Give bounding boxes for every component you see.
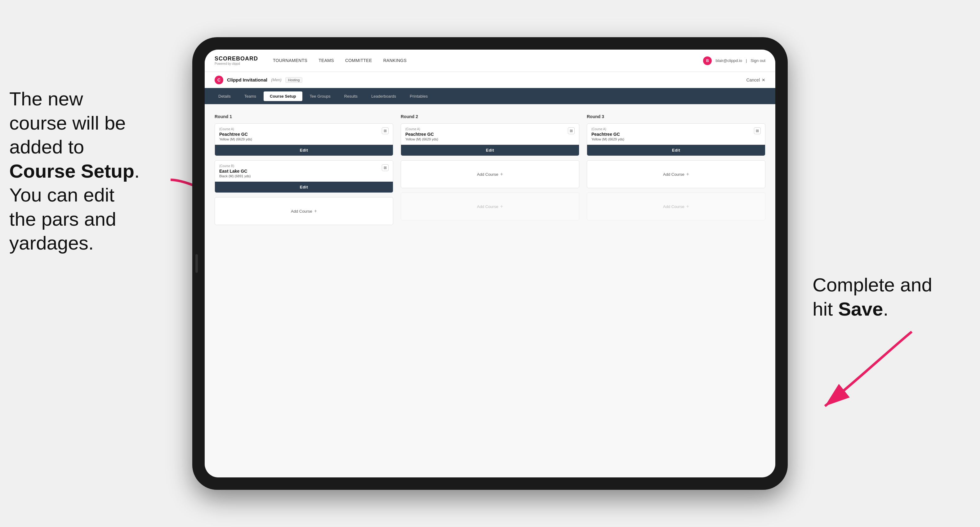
round-1-col: Round 1 (Course A) Peachtree GC Yellow (… <box>215 114 393 229</box>
round-3-course-a-header: (Course A) Peachtree GC Yellow (M) (6629… <box>587 124 765 142</box>
top-nav-right: B blair@clippd.io | Sign out <box>703 56 765 65</box>
top-nav-left: SCOREBOARD Powered by clippd TOURNAMENTS… <box>215 56 407 65</box>
user-avatar: B <box>703 56 712 65</box>
round-2-label: Round 2 <box>401 114 579 119</box>
main-content: Round 1 (Course A) Peachtree GC Yellow (… <box>205 104 775 478</box>
round-3-course-a-name: Peachtree GC <box>592 132 624 137</box>
logo-title: SCOREBOARD <box>215 56 258 62</box>
round-1-course-b-info: (Course B) East Lake GC Black (M) (6891 … <box>219 164 251 178</box>
round-3-label: Round 3 <box>587 114 765 119</box>
rounds-grid: Round 1 (Course A) Peachtree GC Yellow (… <box>215 114 765 229</box>
tab-leaderboards[interactable]: Leaderboards <box>365 92 402 101</box>
round-2-add-course-disabled: Add Course + <box>401 192 579 221</box>
clippd-logo-icon: C <box>215 76 223 84</box>
user-email: blair@clippd.io <box>716 58 742 63</box>
nav-separator: | <box>746 58 747 63</box>
scoreboard-logo: SCOREBOARD Powered by clippd <box>215 56 258 65</box>
round-3-course-a-edit-button[interactable]: Edit <box>587 145 765 156</box>
round-2-add-course-disabled-text: Add Course + <box>477 204 503 209</box>
tab-bar: Details Teams Course Setup Tee Groups Re… <box>205 88 775 104</box>
round-1-course-b-name: East Lake GC <box>219 169 251 174</box>
round-2-add-course-button[interactable]: Add Course + <box>401 160 579 188</box>
round-2-course-a-name: Peachtree GC <box>405 132 438 137</box>
round-1-course-b-edit-button[interactable]: Edit <box>215 182 393 192</box>
round-1-course-b-header: (Course B) East Lake GC Black (M) (6891 … <box>215 160 393 179</box>
tournament-bar: C Clippd Invitational (Men) Hosting Canc… <box>205 72 775 88</box>
round-1-course-a-card: (Course A) Peachtree GC Yellow (M) (6629… <box>215 123 393 156</box>
round-1-course-b-remove-icon[interactable]: ⊠ <box>382 164 388 171</box>
round-3-add-course-disabled: Add Course + <box>587 192 765 221</box>
round-3-add-course-text: Add Course + <box>663 171 689 177</box>
round-3-course-a-remove-icon[interactable]: ⊠ <box>754 127 761 134</box>
round-3-add-plus-disabled-icon: + <box>686 204 689 209</box>
round-1-add-course-button[interactable]: Add Course + <box>215 197 393 225</box>
round-2-course-a-remove-icon[interactable]: ⊠ <box>568 127 575 134</box>
tab-details[interactable]: Details <box>212 92 237 101</box>
tablet-side-button <box>196 254 198 273</box>
tab-teams[interactable]: Teams <box>238 92 262 101</box>
round-1-course-b-tag: (Course B) <box>219 164 251 168</box>
round-1-course-a-tag: (Course A) <box>219 127 252 131</box>
round-2-course-a-tee: Yellow (M) (6629 yds) <box>405 137 438 141</box>
round-3-add-course-button[interactable]: Add Course + <box>587 160 765 188</box>
round-3-col: Round 3 (Course A) Peachtree GC Yellow (… <box>587 114 765 229</box>
annotation-left-text: The new course will be added to Course S… <box>9 88 140 254</box>
round-2-course-a-card: (Course A) Peachtree GC Yellow (M) (6629… <box>401 123 579 156</box>
top-nav: SCOREBOARD Powered by clippd TOURNAMENTS… <box>205 49 775 72</box>
round-1-course-b-tee: Black (M) (6891 yds) <box>219 174 251 178</box>
nav-tournaments[interactable]: TOURNAMENTS <box>273 58 307 63</box>
round-3-add-course-disabled-text: Add Course + <box>663 204 689 209</box>
round-2-add-plus-disabled-icon: + <box>500 204 503 209</box>
round-1-course-a-tee: Yellow (M) (6629 yds) <box>219 137 252 141</box>
round-2-add-plus-icon: + <box>500 171 503 177</box>
hosting-badge: Hosting <box>285 77 302 83</box>
annotation-right: Complete and hit Save. <box>813 273 955 321</box>
logo-subtitle: Powered by clippd <box>215 62 258 65</box>
round-1-label: Round 1 <box>215 114 393 119</box>
tablet-frame: SCOREBOARD Powered by clippd TOURNAMENTS… <box>192 37 788 490</box>
tab-results[interactable]: Results <box>338 92 364 101</box>
round-1-add-course-text: Add Course + <box>291 208 317 214</box>
round-2-course-a-header: (Course A) Peachtree GC Yellow (M) (6629… <box>401 124 579 142</box>
round-2-course-a-edit-button[interactable]: Edit <box>401 145 579 156</box>
round-3-course-a-tag: (Course A) <box>592 127 624 131</box>
round-3-course-a-info: (Course A) Peachtree GC Yellow (M) (6629… <box>592 127 624 141</box>
round-2-course-a-tag: (Course A) <box>405 127 438 131</box>
round-3-add-plus-icon: + <box>686 171 689 177</box>
tournament-bar-left: C Clippd Invitational (Men) Hosting <box>215 76 302 84</box>
nav-committee[interactable]: COMMITTEE <box>345 58 372 63</box>
tournament-name: Clippd Invitational <box>227 77 267 83</box>
round-2-add-course-text: Add Course + <box>477 171 503 177</box>
sign-out-link[interactable]: Sign out <box>751 58 765 63</box>
round-1-course-a-header: (Course A) Peachtree GC Yellow (M) (6629… <box>215 124 393 142</box>
arrow-right <box>819 325 918 412</box>
tab-course-setup[interactable]: Course Setup <box>264 92 302 101</box>
round-1-course-a-info: (Course A) Peachtree GC Yellow (M) (6629… <box>219 127 252 141</box>
cancel-button[interactable]: Cancel ✕ <box>746 78 765 83</box>
round-2-col: Round 2 (Course A) Peachtree GC Yellow (… <box>401 114 579 229</box>
nav-teams[interactable]: TEAMS <box>318 58 334 63</box>
round-3-course-a-card: (Course A) Peachtree GC Yellow (M) (6629… <box>587 123 765 156</box>
nav-links: TOURNAMENTS TEAMS COMMITTEE RANKINGS <box>273 58 407 63</box>
annotation-right-text: Complete and hit Save. <box>813 274 932 320</box>
cancel-x-icon: ✕ <box>762 78 765 83</box>
round-1-course-a-name: Peachtree GC <box>219 132 252 137</box>
round-1-course-a-remove-icon[interactable]: ⊠ <box>382 127 388 134</box>
tournament-gender: (Men) <box>271 78 282 82</box>
round-1-course-a-edit-button[interactable]: Edit <box>215 145 393 156</box>
round-1-add-plus-icon: + <box>314 208 317 214</box>
round-3-course-a-tee: Yellow (M) (6629 yds) <box>592 137 624 141</box>
tab-printables[interactable]: Printables <box>404 92 434 101</box>
round-1-course-b-card: (Course B) East Lake GC Black (M) (6891 … <box>215 160 393 193</box>
nav-rankings[interactable]: RANKINGS <box>383 58 407 63</box>
tab-tee-groups[interactable]: Tee Groups <box>304 92 337 101</box>
round-2-course-a-info: (Course A) Peachtree GC Yellow (M) (6629… <box>405 127 438 141</box>
tablet-screen: SCOREBOARD Powered by clippd TOURNAMENTS… <box>205 49 775 478</box>
